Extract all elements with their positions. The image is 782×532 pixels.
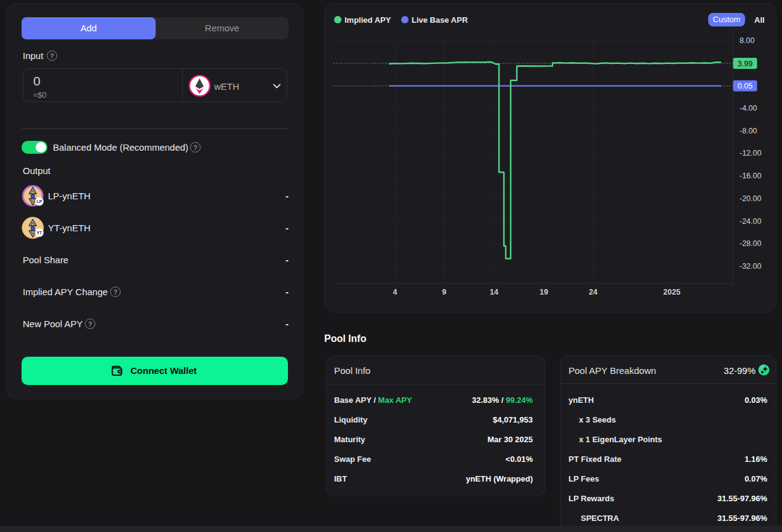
svg-text:0.05: 0.05 [738,82,752,90]
svg-text:3.99: 3.99 [738,60,752,68]
